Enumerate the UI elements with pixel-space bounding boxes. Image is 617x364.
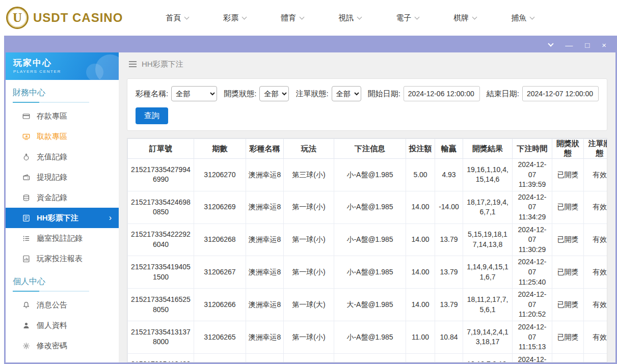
brand-text: USDT CASINO (33, 11, 123, 25)
table-cell: 有效 (584, 159, 608, 191)
nav-item-label: 電子 (396, 13, 411, 23)
draw-status-select[interactable]: 全部 (259, 86, 289, 101)
table-cell: 2152173354104829170 (128, 353, 194, 362)
start-date-input[interactable] (404, 86, 480, 101)
column-header: 下注時間 (513, 139, 552, 159)
column-header: 開獎結果 (463, 139, 513, 159)
nav-item-6[interactable]: 棋牌 (436, 13, 494, 23)
table-cell: 2152173354194051500 (128, 256, 194, 289)
chevron-down-icon (242, 14, 247, 19)
sidebar-item[interactable]: 廳室投註記錄 (6, 228, 119, 248)
table-cell: 7,19,14,2,4,13,18,17 (463, 321, 513, 353)
chevron-down-icon (530, 14, 535, 19)
sidebar-item-label: 個人資料 (37, 321, 67, 330)
table-cell: 31206270 (194, 159, 246, 191)
sidebar-item[interactable]: 取款專區 (6, 126, 119, 147)
sidebar-item[interactable]: 存款專區 (6, 106, 119, 126)
window-close-button[interactable]: × (602, 41, 606, 49)
sidebar-item[interactable]: 消息公告 (6, 295, 119, 315)
table-row: 215217335413137800031206265澳洲幸运8第一球(小)小-… (128, 321, 608, 353)
window-minimize-button[interactable]: — (565, 41, 573, 49)
recharge-record-icon (22, 153, 30, 161)
table-row: 215217335419405150031206267澳洲幸运8第一球(小)小-… (128, 256, 608, 289)
table-cell: 有效 (584, 256, 608, 289)
table-cell: 4.93 (435, 159, 463, 191)
nav-item-3[interactable]: 體育 (263, 13, 321, 23)
sidebar-subtitle: PLAYERS CENTER (13, 69, 119, 74)
table-cell: 14.00 (406, 256, 435, 289)
table-cell: 有效 (584, 223, 608, 256)
sidebar: 玩家中心 PLAYERS CENTER 財務中心存款專區取款專區充值記錄提現記錄… (6, 52, 119, 362)
window-collapse-button[interactable] (549, 44, 553, 46)
nav-item-label: 彩票 (223, 13, 238, 23)
table-cell: 13.79 (435, 289, 463, 321)
table-cell: 小-A盤@1.985 (334, 223, 406, 256)
table-cell: 2024-12-07 11:25:40 (513, 256, 552, 289)
sidebar-item[interactable]: 資金記錄 (6, 187, 119, 208)
chevron-down-icon (472, 14, 477, 19)
table-cell: 31206267 (194, 256, 246, 289)
column-header: 期數 (194, 139, 246, 159)
nav-item-1[interactable]: 首頁 (148, 13, 206, 23)
sidebar-item-label: 廳室投註記錄 (37, 234, 83, 243)
table-cell: 14.00 (406, 191, 435, 223)
table-cell: 2152173354279946990 (128, 159, 194, 191)
sidebar-item-label: 修改密碼 (37, 341, 67, 351)
table-cell: 澳洲幸运8 (246, 321, 284, 353)
table-cell: 2152173354222926040 (128, 223, 194, 256)
lottery-select[interactable]: 全部 (171, 86, 217, 101)
window-maximize-button[interactable]: □ (585, 41, 589, 49)
sidebar-item[interactable]: 充值記錄 (6, 147, 119, 167)
sidebar-item-label: 玩家投注報表 (37, 254, 83, 264)
column-header: 彩種名稱 (246, 139, 284, 159)
table-cell: 13.79 (435, 256, 463, 289)
table-cell: 已開獎 (552, 191, 584, 223)
column-header: 訂單號 (128, 139, 194, 159)
sidebar-item-label: HH彩票下注 (37, 213, 78, 223)
table-cell: 已開獎 (552, 256, 584, 289)
sidebar-item[interactable]: 提現記錄 (6, 167, 119, 187)
table-row: 215217335424698085031206269澳洲幸运8第一球(小)小-… (128, 191, 608, 223)
nav-item-4[interactable]: 視訊 (321, 13, 379, 23)
search-button[interactable]: 查詢 (136, 107, 168, 124)
sidebar-item[interactable]: HH彩票下注› (6, 208, 119, 228)
bet-table: 訂單號期數彩種名稱玩法下注信息投注額輸贏開獎結果下注時間開獎狀態注單狀態2152… (127, 138, 607, 362)
column-header: 注單狀態 (584, 139, 608, 159)
menu-toggle-icon[interactable] (129, 61, 137, 67)
brand-logo-letter: U (13, 11, 22, 25)
filter-panel: 彩種名稱: 全部 開獎狀態: 全部 注單狀態: 全部 開始日期: 結束日期: (127, 78, 607, 131)
sidebar-item[interactable]: 修改密碼 (6, 335, 119, 356)
table-cell: 已開獎 (552, 353, 584, 362)
table-cell: 2024-12-07 11:20:52 (513, 289, 552, 321)
table-cell: -14.00 (435, 353, 463, 362)
brand[interactable]: U USDT CASINO (6, 7, 123, 29)
end-date-input[interactable] (522, 86, 599, 101)
sidebar-item-label: 資金記錄 (37, 193, 67, 203)
nav-item-2[interactable]: 彩票 (206, 13, 263, 23)
table-cell: 2152173354246980850 (128, 191, 194, 223)
table-cell: 第二球(小) (284, 353, 334, 362)
table-cell: 2152173354131378000 (128, 321, 194, 353)
order-status-select[interactable]: 全部 (332, 86, 361, 101)
table-cell: 小-A盤@1.985 (334, 353, 406, 362)
table-cell: 大-A盤@1.985 (334, 289, 406, 321)
person-icon (22, 321, 30, 329)
table-cell: 31206265 (194, 321, 246, 353)
sidebar-item[interactable]: 玩家投注報表 (6, 248, 119, 269)
window-titlebar: — □ × (6, 37, 615, 52)
sidebar-item-label: 取款專區 (37, 132, 67, 142)
column-header: 投注額 (406, 139, 435, 159)
page-title: HH彩票下注 (142, 60, 183, 69)
table-cell: 澳洲幸运8 (246, 353, 284, 362)
funds-record-icon (22, 193, 30, 202)
table-cell: 小-A盤@1.985 (334, 256, 406, 289)
report-icon (22, 255, 30, 263)
table-cell: 13.79 (435, 223, 463, 256)
nav-item-5[interactable]: 電子 (379, 13, 436, 23)
bet-table-panel: 訂單號期數彩種名稱玩法下注信息投注額輸贏開獎結果下注時間開獎狀態注單狀態2152… (127, 138, 607, 362)
nav-item-7[interactable]: 捕魚 (494, 13, 551, 23)
table-cell: 已開獎 (552, 159, 584, 191)
sidebar-item[interactable]: 個人資料 (6, 315, 119, 335)
sidebar-header: 玩家中心 PLAYERS CENTER (6, 52, 119, 80)
column-header: 玩法 (284, 139, 334, 159)
